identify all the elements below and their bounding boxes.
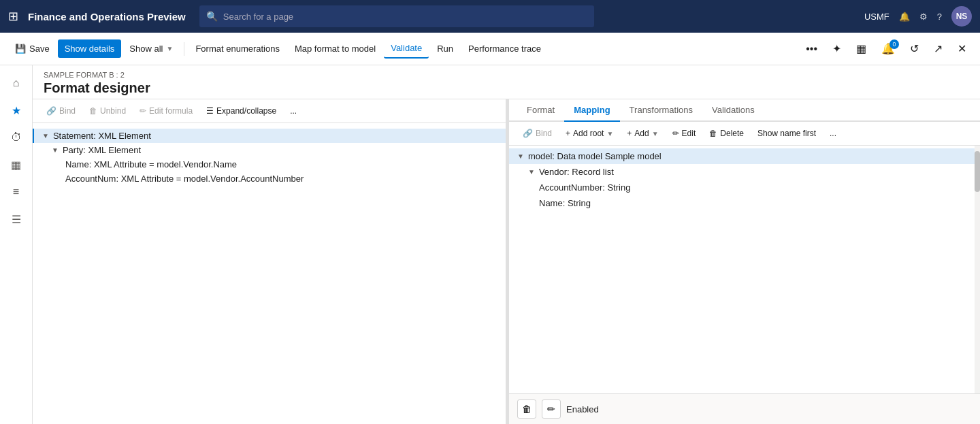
show-all-arrow: ▼ (167, 45, 174, 52)
app-title: Finance and Operations Preview (28, 11, 186, 22)
topbar-right: USMF 🔔 ⚙ ? NS (864, 6, 972, 27)
search-box[interactable]: 🔍 (199, 5, 594, 27)
tab-format[interactable]: Format (517, 99, 564, 122)
open-external-button[interactable]: ↗ (928, 38, 948, 59)
edit-formula-button[interactable]: ✏ Edit formula (134, 103, 198, 118)
separator-1 (184, 42, 184, 56)
format-enumerations-button[interactable]: Format enumerations (189, 39, 287, 58)
tree-item-party[interactable]: ▼ Party: XML Element (33, 143, 506, 157)
add-label: Add (634, 129, 649, 138)
add-button[interactable]: + Add ▼ (621, 126, 664, 141)
unbind-button[interactable]: 🗑 Unbind (84, 103, 131, 118)
notification-icon[interactable]: 🔔 (899, 12, 910, 22)
panel-icon-button[interactable]: ▦ (851, 38, 872, 59)
tree-arrow-party[interactable]: ▼ (52, 146, 59, 154)
right-tree-arrow-vendor[interactable]: ▼ (528, 168, 535, 176)
show-all-button[interactable]: Show all ▼ (122, 39, 180, 58)
left-more-button[interactable]: ... (284, 103, 302, 118)
more-button[interactable]: ••• (800, 39, 823, 59)
right-scrollbar-thumb[interactable] (975, 151, 980, 192)
add-root-button[interactable]: + Add root ▼ (560, 126, 619, 141)
tree-arrow-statement[interactable]: ▼ (42, 132, 49, 140)
sidebar-grid-icon[interactable]: ▦ (4, 152, 29, 177)
performance-trace-label: Performance trace (468, 44, 541, 54)
edit-formula-label: Edit formula (149, 106, 193, 116)
show-details-label: Show details (65, 44, 115, 54)
expand-collapse-button[interactable]: ☰ Expand/collapse (201, 103, 282, 118)
toolbar: 💾 Save Show details Show all ▼ Format en… (0, 33, 980, 65)
save-icon: 💾 (15, 44, 26, 54)
right-more-icon: ... (830, 129, 836, 138)
right-panel-tabs: Format Mapping Transformations Validatio… (509, 99, 980, 122)
right-tree-arrow-model[interactable]: ▼ (517, 152, 524, 160)
bottom-delete-button[interactable]: 🗑 (517, 399, 536, 419)
left-tree-area: ▼ Statement: XML Element ▼ Party: XML El… (33, 123, 506, 424)
expand-collapse-label: Expand/collapse (216, 106, 276, 116)
right-tree-item-model[interactable]: ▼ model: Data model Sample model (509, 148, 980, 164)
refresh-button[interactable]: ↺ (904, 38, 924, 59)
topbar: ⊞ Finance and Operations Preview 🔍 USMF … (0, 0, 980, 33)
format-enumerations-label: Format enumerations (195, 44, 280, 54)
sidebar-star-icon[interactable]: ★ (4, 98, 29, 123)
tab-transformations[interactable]: Transformations (620, 99, 702, 122)
right-panel-bottom: 🗑 ✏ Enabled (509, 393, 980, 424)
run-button[interactable]: Run (430, 39, 460, 58)
plus-icon-2: + (627, 129, 632, 138)
bottom-edit-button[interactable]: ✏ (542, 399, 561, 419)
sidebar-filter-icon[interactable]: ≡ (4, 180, 29, 204)
right-tree-label-vendor: Vendor: Record list (539, 167, 614, 177)
save-label: Save (29, 44, 50, 54)
tree-item-name[interactable]: Name: XML Attribute = model.Vendor.Name (33, 157, 506, 172)
sidebar-home-icon[interactable]: ⌂ (4, 71, 29, 95)
right-panel: Format Mapping Transformations Validatio… (509, 99, 980, 424)
tree-item-accountnum[interactable]: AccountNum: XML Attribute = model.Vendor… (33, 172, 506, 186)
right-tree-item-accountnumber[interactable]: AccountNumber: String (509, 180, 980, 195)
close-button[interactable]: ✕ (952, 38, 972, 59)
show-details-button[interactable]: Show details (58, 39, 122, 58)
right-delete-button[interactable]: 🗑 Delete (704, 126, 749, 141)
right-scrollbar[interactable] (975, 146, 980, 393)
right-tree-label-accountnumber: AccountNumber: String (539, 182, 630, 193)
right-tree-label-model: model: Data model Sample model (528, 151, 662, 161)
tab-mapping[interactable]: Mapping (564, 99, 619, 122)
help-icon[interactable]: ? (937, 12, 942, 22)
right-tree-item-namefield[interactable]: Name: String (509, 195, 980, 211)
tree-label-name: Name: XML Attribute = model.Vendor.Name (65, 159, 237, 169)
tab-validations[interactable]: Validations (702, 99, 764, 122)
right-tree-area: ▼ model: Data model Sample model ▼ Vendo… (509, 146, 980, 393)
sidebar-clock-icon[interactable]: ⏱ (4, 125, 29, 150)
search-input[interactable] (223, 12, 587, 22)
tree-label-accountnum: AccountNum: XML Attribute = model.Vendor… (65, 174, 304, 184)
left-panel-toolbar: 🔗 Bind 🗑 Unbind ✏ Edit formula ☰ Expand/… (33, 99, 506, 123)
right-bind-label: Bind (536, 129, 552, 138)
page-header: SAMPLE FORMAT B : 2 Format designer (33, 65, 980, 99)
left-sidebar: ⌂ ★ ⏱ ▦ ≡ ☰ (0, 65, 33, 424)
org-label: USMF (864, 12, 889, 22)
bottom-delete-icon: 🗑 (522, 404, 532, 414)
avatar[interactable]: NS (951, 6, 972, 27)
bottom-edit-icon: ✏ (547, 404, 555, 414)
settings-icon[interactable]: ⚙ (919, 12, 928, 22)
save-button[interactable]: 💾 Save (8, 39, 56, 58)
puzzle-icon-button[interactable]: ✦ (827, 38, 847, 59)
designer-body: 🔗 Bind 🗑 Unbind ✏ Edit formula ☰ Expand/… (33, 99, 980, 424)
bind-icon: 🔗 (46, 106, 56, 116)
notification-count: 0 (889, 39, 899, 49)
bind-button[interactable]: 🔗 Bind (41, 103, 81, 118)
right-tree-item-vendor[interactable]: ▼ Vendor: Record list (509, 164, 980, 180)
performance-trace-button[interactable]: Performance trace (461, 39, 548, 58)
sidebar-list-icon[interactable]: ☰ (4, 207, 29, 231)
grid-icon[interactable]: ⊞ (8, 9, 18, 24)
right-bind-button[interactable]: 🔗 Bind (517, 126, 557, 141)
right-edit-button[interactable]: ✏ Edit (667, 126, 702, 141)
run-label: Run (437, 44, 453, 54)
tree-label-party: Party: XML Element (63, 145, 141, 155)
status-label: Enabled (566, 404, 599, 414)
tree-item-statement[interactable]: ▼ Statement: XML Element (33, 129, 506, 143)
main-layout: ⌂ ★ ⏱ ▦ ≡ ☰ SAMPLE FORMAT B : 2 Format d… (0, 65, 980, 424)
right-more-button[interactable]: ... (824, 126, 842, 141)
validate-button[interactable]: Validate (384, 39, 429, 59)
show-name-first-button[interactable]: Show name first (752, 126, 821, 141)
map-format-button[interactable]: Map format to model (288, 39, 382, 58)
add-arrow: ▼ (652, 130, 659, 137)
